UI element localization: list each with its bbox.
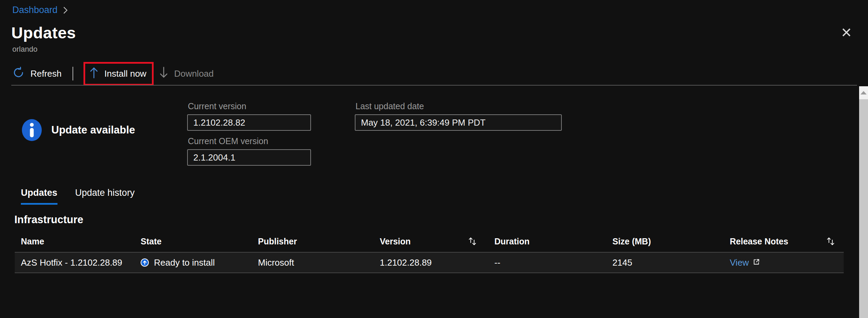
up-arrow-icon [89, 66, 99, 81]
external-link-icon [753, 257, 760, 268]
tab-updates[interactable]: Updates [21, 188, 57, 205]
install-now-label: Install now [104, 68, 146, 79]
table-header-row: Name State Publisher Version Duration Si… [15, 231, 844, 252]
down-arrow-icon [159, 66, 168, 81]
close-icon[interactable]: × [837, 23, 856, 42]
cell-duration: -- [488, 257, 606, 268]
updates-blade: Dashboard × Updates orlando Refresh [0, 0, 868, 318]
current-version-field[interactable]: 1.2102.28.82 [187, 114, 311, 131]
update-status: Update available [22, 119, 135, 141]
ready-to-install-icon [141, 258, 149, 267]
updates-table: Name State Publisher Version Duration Si… [15, 231, 844, 273]
install-now-button[interactable]: Install now [89, 66, 146, 81]
toolbar-divider [11, 85, 857, 86]
page-title: Updates [11, 23, 76, 42]
column-header-release-notes[interactable]: Release Notes [724, 236, 844, 246]
column-header-publisher[interactable]: Publisher [252, 237, 374, 246]
annotation-highlight-box: Install now [83, 62, 154, 86]
update-status-text: Update available [51, 124, 135, 136]
sort-icon[interactable] [468, 236, 478, 246]
current-oem-version-label: Current OEM version [188, 136, 268, 146]
cell-version: 1.2102.28.89 [374, 257, 488, 268]
command-bar: Refresh Install now Download [12, 63, 214, 85]
last-updated-date-field[interactable]: May 18, 2021, 6:39:49 PM PDT [355, 114, 562, 131]
scroll-up-arrow-icon [860, 91, 867, 94]
column-header-name[interactable]: Name [15, 237, 134, 246]
tab-update-history[interactable]: Update history [75, 188, 135, 205]
download-button[interactable]: Download [159, 66, 214, 81]
toolbar-separator [73, 67, 73, 80]
download-label: Download [174, 68, 214, 79]
current-version-label: Current version [188, 101, 246, 111]
column-header-state[interactable]: State [134, 237, 252, 246]
infrastructure-section-title: Infrastructure [14, 214, 83, 226]
cell-state: Ready to install [134, 257, 252, 268]
current-oem-version-field[interactable]: 2.1.2004.1 [187, 149, 311, 166]
scrollbar-up-button[interactable] [859, 86, 868, 99]
cell-release-notes: View [724, 257, 844, 268]
breadcrumb: Dashboard [12, 5, 68, 15]
breadcrumb-dashboard-link[interactable]: Dashboard [12, 5, 57, 15]
cell-state-label: Ready to install [154, 257, 215, 268]
table-row[interactable]: AzS Hotfix - 1.2102.28.89 Ready to insta… [15, 252, 844, 273]
vertical-scrollbar [859, 86, 868, 318]
last-updated-date-label: Last updated date [355, 101, 424, 111]
refresh-button[interactable]: Refresh [12, 66, 62, 81]
cell-size: 2145 [606, 257, 724, 268]
info-icon [22, 119, 42, 141]
scrollbar-thumb[interactable] [859, 99, 868, 318]
column-header-duration[interactable]: Duration [488, 237, 606, 246]
tab-bar: Updates Update history [21, 188, 135, 205]
refresh-label: Refresh [30, 68, 62, 79]
column-header-size[interactable]: Size (MB) [606, 237, 724, 246]
sort-icon[interactable] [826, 236, 836, 246]
chevron-right-icon [63, 6, 68, 14]
cell-name: AzS Hotfix - 1.2102.28.89 [15, 257, 134, 268]
cell-publisher: Microsoft [252, 257, 374, 268]
refresh-icon [12, 66, 25, 81]
column-header-version[interactable]: Version [374, 236, 488, 246]
page-subtitle: orlando [12, 45, 37, 54]
view-release-notes-link[interactable]: View [730, 257, 749, 268]
